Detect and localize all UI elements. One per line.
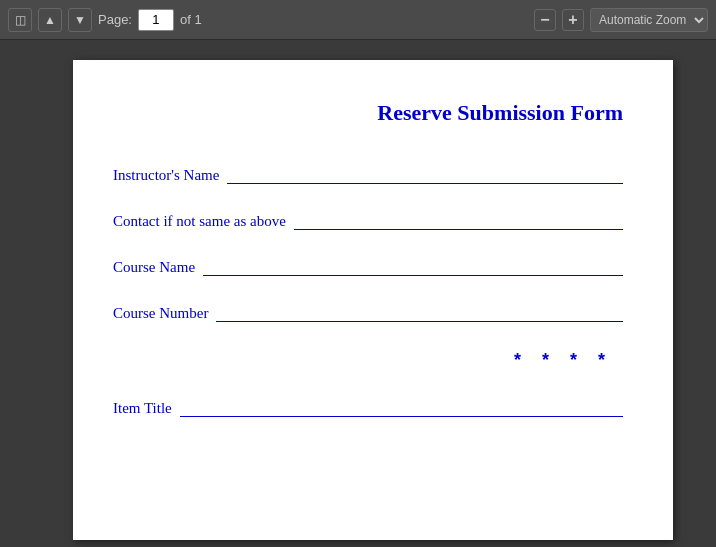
page-number-input[interactable]: 1 [138,9,174,31]
page-label: Page: [98,12,132,27]
nav-up-button[interactable]: ▲ [38,8,62,32]
zoom-in-button[interactable]: + [562,9,584,31]
main-area: Reserve Submission Form Instructor's Nam… [0,40,716,547]
form-title: Reserve Submission Form [113,100,623,126]
stars-divider: * * * * [113,350,623,371]
zoom-out-button[interactable]: − [534,9,556,31]
pdf-page: Reserve Submission Form Instructor's Nam… [73,60,673,540]
item-title-line [180,399,623,417]
toolbar: ◫ ▲ ▼ Page: 1 of 1 − + Automatic Zoom Ac… [0,0,716,40]
course-name-line [203,258,623,276]
item-title-label: Item Title [113,400,172,417]
contact-label: Contact if not same as above [113,213,286,230]
contact-line [294,212,623,230]
course-number-line [216,304,623,322]
course-name-field: Course Name [113,258,623,276]
nav-up-icon: ▲ [44,13,56,27]
zoom-select[interactable]: Automatic Zoom Actual Size Fit Page Fit … [590,8,708,32]
sidebar-icon: ◫ [15,13,26,27]
page-total: of 1 [180,12,202,27]
nav-down-icon: ▼ [74,13,86,27]
item-title-field: Item Title [113,399,623,417]
left-sidebar [43,60,73,527]
nav-down-button[interactable]: ▼ [68,8,92,32]
instructors-name-field: Instructor's Name [113,166,623,184]
course-name-label: Course Name [113,259,195,276]
instructors-name-label: Instructor's Name [113,167,219,184]
plus-icon: + [568,11,577,29]
sidebar-toggle-button[interactable]: ◫ [8,8,32,32]
course-number-field: Course Number [113,304,623,322]
minus-icon: − [540,11,549,29]
instructors-name-line [227,166,623,184]
course-number-label: Course Number [113,305,208,322]
contact-field: Contact if not same as above [113,212,623,230]
